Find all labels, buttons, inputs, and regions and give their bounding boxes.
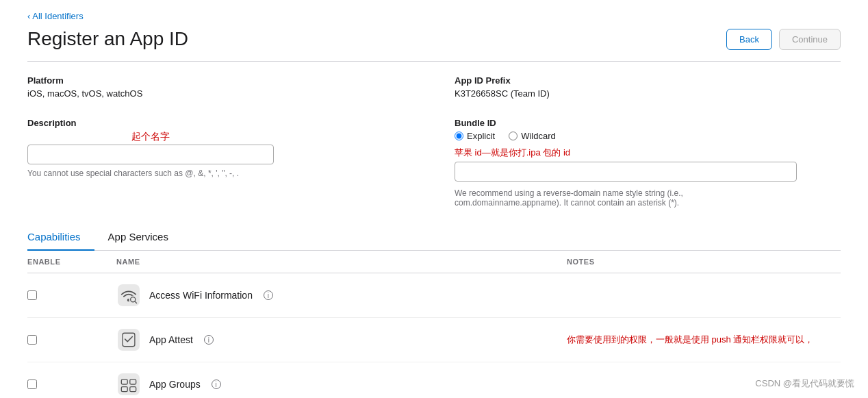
attest-capability-col: App Attest i [116,327,567,352]
enable-wifi-checkbox[interactable] [27,290,37,300]
groups-capability-name: App Groups [149,379,201,390]
svg-rect-7 [118,373,140,395]
description-hint: You cannot use special characters such a… [27,169,413,178]
wifi-icon [116,283,141,308]
back-button[interactable]: Back [726,29,772,50]
groups-icon [116,372,141,397]
groups-info-icon[interactable]: i [212,380,221,389]
wildcard-label: Wildcard [521,131,556,141]
tabs: Capabilities App Services [27,224,841,251]
page-title: Register an App ID [27,28,188,50]
explicit-radio[interactable] [455,132,463,140]
app-id-prefix-label: App ID Prefix [455,75,841,86]
attest-note: 你需要使用到的权限，一般就是使用 push 通知栏权限就可以， [567,334,841,346]
col-enable-header: ENABLE [27,258,116,266]
app-id-prefix-value: K3T26658SC (Team ID) [455,88,841,99]
bundle-id-input[interactable] [455,162,797,182]
tabs-section: Capabilities App Services ENABLE NAME NO… [27,224,841,398]
platform-section: Platform iOS, macOS, tvOS, watchOS [27,75,413,104]
tab-app-services[interactable]: App Services [108,224,182,251]
bundle-id-hint: We recommend using a reverse-domain name… [455,188,841,208]
description-annotation: 起个名字 [27,131,274,143]
continue-button: Continue [779,29,841,50]
wifi-info-icon[interactable]: i [264,290,273,300]
wildcard-radio[interactable] [509,132,518,140]
app-id-prefix-section: App ID Prefix K3T26658SC (Team ID) [455,75,841,104]
tab-capabilities[interactable]: Capabilities [27,224,94,251]
back-link[interactable]: All Identifiers [27,0,84,28]
header-divider [27,61,841,62]
wifi-capability-col: Access WiFi Information i [116,283,567,308]
capabilities-table: ENABLE NAME NOTES [27,251,841,398]
enable-wifi-col [27,290,116,300]
platform-value: iOS, macOS, tvOS, watchOS [27,88,413,99]
description-input[interactable] [27,145,274,164]
table-row: Access WiFi Information i [27,273,841,318]
wildcard-radio-label[interactable]: Wildcard [509,131,556,141]
table-row: App Attest i 你需要使用到的权限，一般就是使用 push 通知栏权限… [27,318,841,362]
table-header: ENABLE NAME NOTES [27,251,841,273]
bundle-id-section: Bundle ID Explicit Wildcard 苹果 id—就是你打.i… [455,118,841,208]
col-notes-header: NOTES [567,258,841,266]
bundle-id-annotation: 苹果 id—就是你打.ipa 包的 id [455,147,841,159]
description-label: Description [27,118,413,128]
header-buttons: Back Continue [726,29,841,50]
groups-capability-col: App Groups i [116,372,567,397]
enable-groups-checkbox[interactable] [27,380,37,389]
description-section: Description 起个名字 You cannot use special … [27,118,413,208]
enable-attest-col [27,335,116,345]
attest-info-icon[interactable]: i [204,335,214,345]
bundle-id-type-row: Explicit Wildcard [455,131,841,141]
col-name-header: NAME [116,258,567,266]
explicit-label: Explicit [467,131,495,141]
platform-label: Platform [27,75,413,86]
bundle-id-label: Bundle ID [455,118,841,128]
table-row: App Groups i [27,362,841,398]
enable-attest-checkbox[interactable] [27,335,37,345]
attest-icon [116,327,141,352]
enable-groups-col [27,380,116,389]
explicit-radio-label[interactable]: Explicit [455,131,495,141]
attest-capability-name: App Attest [149,334,193,345]
wifi-capability-name: Access WiFi Information [149,290,253,301]
watermark: CSDN @看见代码就要慌 [755,377,854,390]
